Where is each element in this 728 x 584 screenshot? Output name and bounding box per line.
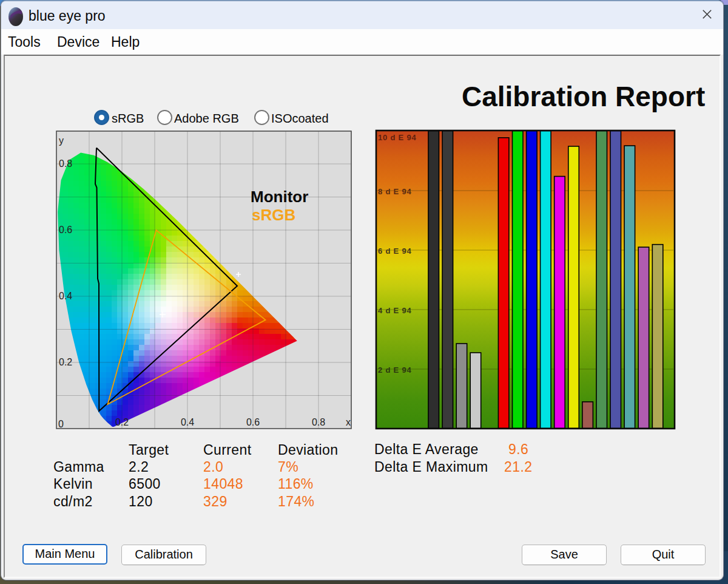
svg-text:2 d E 94: 2 d E 94 (378, 365, 412, 375)
svg-text:4 d E 94: 4 d E 94 (378, 306, 412, 315)
svg-text:8 d E 94: 8 d E 94 (378, 187, 412, 196)
svg-text:10 d E 94: 10 d E 94 (378, 133, 417, 142)
svg-text:6 d E 94: 6 d E 94 (378, 246, 412, 256)
